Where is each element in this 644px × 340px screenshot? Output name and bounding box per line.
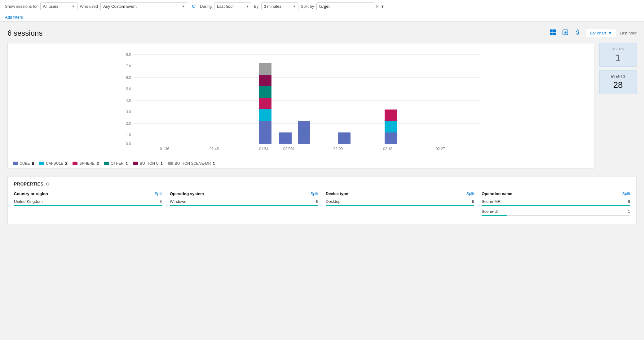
svg-text:8.0: 8.0: [126, 52, 131, 57]
split-by-wrap: ✕ ▼: [316, 2, 385, 10]
bar-chart-button[interactable]: Bar chart ▼: [586, 29, 616, 37]
chart-header: 6 sessions: [7, 28, 637, 38]
svg-text:01:54: 01:54: [259, 147, 268, 151]
prop-uk-bar-wrap: [14, 205, 162, 206]
legend-button-scene-mr-swatch: [168, 162, 173, 165]
svg-text:01:36: 01:36: [160, 147, 169, 151]
show-sessions-label: Show sessions for: [5, 4, 38, 9]
grid-icon: [550, 29, 556, 35]
legend-other-swatch: [104, 162, 109, 165]
operation-split-link[interactable]: Split: [622, 191, 630, 196]
last-hour-label: Last hour: [620, 31, 637, 35]
prop-windows-bar-wrap: [170, 205, 318, 206]
show-sessions-select[interactable]: All users: [40, 2, 77, 10]
legend-capsule: CAPSULE 3: [39, 161, 68, 166]
prop-desktop-bar: [326, 205, 474, 206]
properties-title: PROPERTIES: [14, 181, 43, 186]
add-chart-button[interactable]: [561, 28, 570, 38]
os-split-link[interactable]: Split: [311, 191, 318, 196]
chart-legend: CUBE 6 CAPSULE 3 SPHERE 2 OTHER 1: [13, 159, 589, 166]
prop-scene-ui-count: 1: [628, 209, 630, 214]
refresh-button[interactable]: ↻: [190, 3, 197, 10]
prop-scene-ui-name: Scene-UI: [482, 209, 498, 214]
prop-desktop-count: 6: [472, 199, 474, 204]
prop-windows-bar: [170, 205, 318, 206]
svg-rect-42: [385, 132, 397, 144]
svg-rect-36: [259, 86, 271, 98]
split-by-label: Split by: [301, 4, 314, 9]
properties-section: PROPERTIES ⚙ Country or region Split Uni…: [7, 176, 637, 224]
who-used-label: Who used: [80, 4, 98, 9]
svg-rect-43: [385, 121, 397, 132]
users-value: 1: [605, 53, 631, 63]
chart-area: 8.0 7.0 6.0 5.0 4.0 3.0 2.0 1.0 0.0 01:3…: [7, 43, 594, 169]
svg-text:02 PM: 02 PM: [283, 147, 294, 151]
device-split-link[interactable]: Split: [466, 191, 474, 196]
by-dropdown[interactable]: 3 minutes ▼: [261, 2, 298, 10]
top-bar: Show sessions for All users ▼ Who used A…: [0, 0, 644, 13]
events-value: 28: [605, 80, 631, 90]
gear-icon[interactable]: ⚙: [46, 181, 50, 186]
prop-scene-mr-count: 6: [628, 199, 630, 204]
prop-row-scene-mr: Scene-MR 6: [482, 199, 630, 204]
legend-other: OTHER 1: [104, 161, 128, 166]
svg-rect-34: [259, 109, 271, 121]
during-dropdown[interactable]: Last hour ▼: [214, 2, 251, 10]
prop-uk-bar: [14, 205, 162, 206]
by-select[interactable]: 3 minutes: [261, 2, 298, 10]
svg-text:3.0: 3.0: [126, 110, 131, 114]
svg-rect-2: [550, 33, 553, 35]
pin-button[interactable]: [573, 28, 582, 38]
split-by-input[interactable]: [316, 2, 374, 10]
svg-rect-40: [298, 121, 310, 144]
properties-grid: Country or region Split United Kingdom 6…: [14, 191, 630, 219]
prop-uk-count: 6: [160, 199, 162, 204]
events-label: EVENTS: [605, 74, 631, 78]
legend-capsule-swatch: [39, 162, 44, 165]
svg-rect-44: [385, 110, 397, 121]
prop-scene-mr-bar-wrap: [482, 205, 630, 206]
during-select[interactable]: Last hour: [214, 2, 251, 10]
prop-column-device: Device type Split Desktop 6: [326, 191, 474, 219]
svg-text:01:45: 01:45: [210, 147, 219, 151]
legend-cube-swatch: [13, 162, 18, 165]
bar-chart-svg: 8.0 7.0 6.0 5.0 4.0 3.0 2.0 1.0 0.0 01:3…: [13, 48, 589, 154]
prop-row-uk: United Kingdom 6: [14, 199, 162, 204]
prop-uk-name: United Kingdom: [14, 199, 43, 204]
svg-rect-37: [259, 75, 271, 86]
svg-text:02:09: 02:09: [333, 147, 343, 151]
prop-column-os: Operating system Split Windows 6: [170, 191, 318, 219]
svg-rect-1: [553, 29, 556, 32]
prop-column-operation: Operation name Split Scene-MR 6 Scene-UI…: [482, 191, 630, 219]
during-label: During: [200, 4, 212, 9]
svg-text:0.0: 0.0: [126, 142, 131, 146]
svg-rect-3: [553, 33, 556, 35]
who-used-dropdown[interactable]: Any Custom Event ▼: [100, 2, 187, 10]
svg-rect-35: [259, 98, 271, 109]
stats-panel: USERS 1 EVENTS 28: [599, 43, 637, 169]
users-label: USERS: [605, 47, 631, 51]
country-split-link[interactable]: Split: [155, 191, 162, 196]
by-label: By: [254, 4, 258, 9]
prop-desktop-bar-wrap: [326, 205, 474, 206]
add-filters-link[interactable]: Add filters: [5, 15, 23, 20]
prop-scene-ui-bar-wrap: [482, 215, 630, 216]
prop-column-country: Country or region Split United Kingdom 6: [14, 191, 162, 219]
split-clear-button[interactable]: ✕: [375, 4, 379, 9]
legend-sphere: SPHERE 2: [73, 161, 99, 166]
grid-icon-button[interactable]: [549, 28, 557, 38]
prop-scene-mr-bar: [482, 205, 630, 206]
svg-rect-0: [550, 29, 553, 32]
add-chart-icon: [562, 29, 568, 35]
legend-cube: CUBE 6: [13, 161, 34, 166]
who-used-select[interactable]: Any Custom Event: [100, 2, 187, 10]
prop-row-windows: Windows 6: [170, 199, 318, 204]
chart-toolbar: Bar chart ▼ Last hour: [549, 28, 637, 38]
svg-rect-39: [279, 132, 292, 144]
show-sessions-dropdown[interactable]: All users ▼: [40, 2, 77, 10]
svg-text:7.0: 7.0: [126, 64, 131, 68]
svg-rect-38: [259, 63, 271, 75]
svg-rect-33: [259, 121, 271, 144]
split-chevron-button[interactable]: ▼: [380, 4, 385, 9]
svg-text:2.0: 2.0: [126, 121, 131, 126]
